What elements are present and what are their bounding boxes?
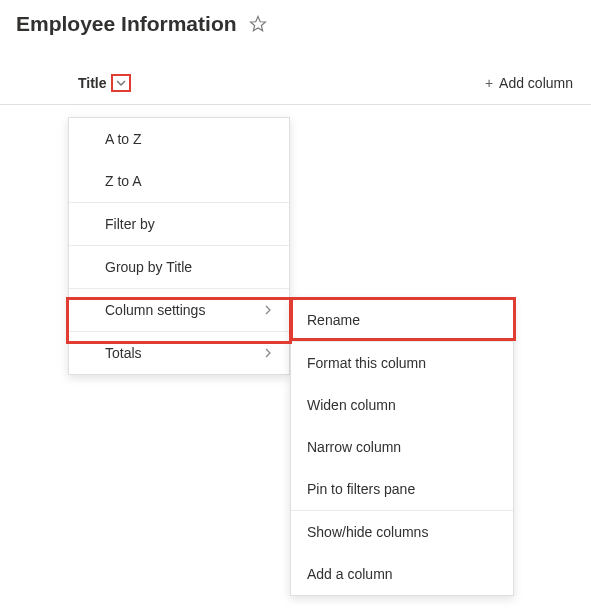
- submenu-showhide-label: Show/hide columns: [307, 524, 428, 540]
- menu-column-settings[interactable]: Column settings: [69, 288, 289, 331]
- column-menu: A to Z Z to A Filter by Group by Title C…: [68, 117, 290, 375]
- menu-group-by-label: Group by Title: [105, 259, 192, 275]
- menu-sort-za-label: Z to A: [105, 173, 142, 189]
- submenu-widen-label: Widen column: [307, 397, 396, 413]
- menu-sort-az-label: A to Z: [105, 131, 142, 147]
- menu-totals[interactable]: Totals: [69, 331, 289, 374]
- submenu-showhide[interactable]: Show/hide columns: [291, 510, 513, 553]
- submenu-format-label: Format this column: [307, 355, 426, 371]
- column-settings-submenu: Rename Format this column Widen column N…: [290, 298, 514, 596]
- chevron-down-icon[interactable]: [115, 77, 127, 89]
- svg-marker-0: [250, 17, 265, 31]
- menu-sort-za[interactable]: Z to A: [69, 160, 289, 202]
- header-divider: [0, 104, 591, 105]
- menu-sort-az[interactable]: A to Z: [69, 118, 289, 160]
- submenu-rename-label: Rename: [307, 312, 360, 328]
- submenu-format[interactable]: Format this column: [291, 341, 513, 384]
- submenu-pin-label: Pin to filters pane: [307, 481, 415, 497]
- menu-group-by[interactable]: Group by Title: [69, 245, 289, 288]
- add-column-label: Add column: [499, 75, 573, 91]
- submenu-add-label: Add a column: [307, 566, 393, 582]
- menu-totals-label: Totals: [105, 345, 142, 361]
- chevron-right-icon: [263, 305, 273, 315]
- submenu-add[interactable]: Add a column: [291, 553, 513, 595]
- submenu-narrow[interactable]: Narrow column: [291, 426, 513, 468]
- menu-column-settings-label: Column settings: [105, 302, 205, 318]
- column-dropdown-highlight: [111, 74, 131, 92]
- submenu-rename[interactable]: Rename: [291, 299, 513, 341]
- plus-icon: +: [485, 75, 493, 91]
- submenu-narrow-label: Narrow column: [307, 439, 401, 455]
- page-title: Employee Information: [16, 12, 237, 36]
- column-title-label: Title: [78, 75, 107, 91]
- menu-filter-by[interactable]: Filter by: [69, 202, 289, 245]
- favorite-star-icon[interactable]: [249, 15, 267, 33]
- chevron-right-icon: [263, 348, 273, 358]
- column-header-title[interactable]: Title: [78, 74, 131, 92]
- submenu-pin[interactable]: Pin to filters pane: [291, 468, 513, 510]
- menu-filter-by-label: Filter by: [105, 216, 155, 232]
- submenu-widen[interactable]: Widen column: [291, 384, 513, 426]
- add-column-button[interactable]: + Add column: [485, 75, 573, 91]
